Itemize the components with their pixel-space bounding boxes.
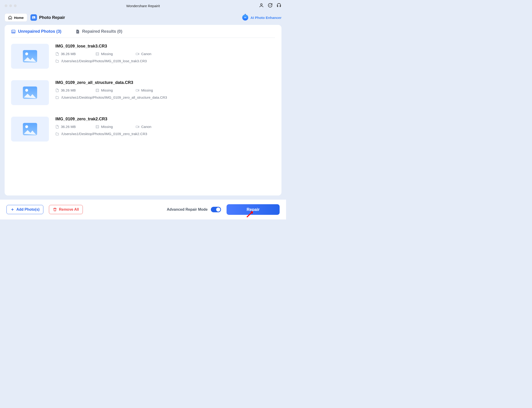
file-size: 36.26 MB — [61, 88, 76, 92]
home-label: Home — [14, 16, 24, 20]
resolution-icon — [96, 88, 99, 92]
svg-point-0 — [261, 4, 262, 5]
main-panel: Unrepaired Photos (3) Repaired Results (… — [5, 25, 281, 196]
tab-unrepaired-count: (3) — [56, 29, 61, 34]
svg-rect-25 — [96, 125, 99, 128]
file-size-icon — [55, 125, 59, 129]
advanced-toggle[interactable] — [211, 207, 221, 212]
photo-row[interactable]: IMG_0109_zero_all_structure_data.CR3 36.… — [11, 80, 275, 105]
tab-repaired[interactable]: Repaired Results (0) — [75, 29, 122, 34]
clock-file-icon — [75, 29, 80, 34]
thumbnail — [11, 44, 49, 69]
svg-rect-17 — [96, 89, 99, 92]
svg-point-16 — [25, 89, 28, 92]
ai-icon: AI — [242, 15, 248, 20]
file-path: /Users/ws1/Desktop/Photos/IMG_0109_zero_… — [61, 95, 167, 99]
svg-rect-22 — [136, 89, 138, 91]
file-size: 36.26 MB — [61, 52, 76, 56]
svg-point-12 — [97, 54, 97, 55]
tab-repaired-label: Repaired Results — [82, 29, 116, 34]
plus-icon — [10, 207, 15, 212]
add-photos-button[interactable]: Add Photo(s) — [7, 205, 43, 214]
minimize-dot[interactable] — [9, 4, 12, 7]
file-size-icon — [55, 52, 59, 56]
folder-icon — [55, 96, 59, 99]
svg-point-18 — [97, 89, 97, 90]
photo-row[interactable]: IMG_0109_lose_trak3.CR3 36.26 MB Missing… — [11, 44, 275, 69]
file-size-icon — [55, 88, 59, 92]
app-title: Wondershare Repairit — [126, 4, 160, 8]
svg-point-10 — [97, 53, 97, 53]
remove-all-button[interactable]: Remove All — [49, 205, 83, 214]
folder-icon — [55, 59, 59, 63]
zoom-dot[interactable] — [14, 4, 17, 7]
file-name: IMG_0109_zero_all_structure_data.CR3 — [55, 80, 275, 85]
file-size: 36.26 MB — [61, 125, 76, 129]
device: Missing — [141, 88, 153, 92]
module-title: Photo Repair — [30, 14, 65, 21]
tab-unrepaired-label: Unrepaired Photos — [18, 29, 55, 34]
account-icon[interactable] — [259, 3, 264, 9]
ai-enhancer-link[interactable]: AI AI Photo Enhancer — [242, 15, 281, 20]
photo-repair-icon — [30, 14, 37, 21]
photo-list: IMG_0109_lose_trak3.CR3 36.26 MB Missing… — [11, 38, 275, 142]
advanced-label: Advanced Repair Mode — [167, 207, 208, 212]
nav-row: Home Photo Repair AI AI Photo Enhancer — [0, 11, 286, 22]
trash-icon — [53, 207, 57, 212]
home-button[interactable]: Home — [5, 13, 27, 22]
svg-point-20 — [97, 91, 97, 91]
tabs: Unrepaired Photos (3) Repaired Results (… — [11, 29, 275, 38]
svg-point-4 — [33, 17, 34, 17]
svg-point-27 — [98, 126, 98, 126]
thumbnail — [11, 117, 49, 142]
repair-button[interactable]: Repair — [227, 204, 280, 215]
camera-icon — [136, 125, 139, 129]
close-dot[interactable] — [5, 4, 7, 7]
home-icon — [8, 16, 12, 20]
feedback-icon[interactable] — [268, 3, 273, 9]
ai-enhancer-label: AI Photo Enhancer — [251, 16, 281, 20]
resolution-icon — [96, 125, 99, 129]
svg-point-24 — [25, 125, 28, 128]
remove-label: Remove All — [59, 207, 79, 212]
picture-icon — [11, 29, 16, 34]
resolution: Missing — [101, 52, 113, 56]
file-name: IMG_0109_lose_trak3.CR3 — [55, 44, 275, 49]
file-path: /Users/ws1/Desktop/Photos/IMG_0109_lose_… — [61, 59, 147, 63]
file-path: /Users/ws1/Desktop/Photos/IMG_0109_zero_… — [61, 132, 147, 136]
tab-unrepaired[interactable]: Unrepaired Photos (3) — [11, 29, 61, 34]
svg-point-6 — [12, 31, 13, 32]
resolution-icon — [96, 52, 99, 56]
svg-point-19 — [98, 89, 98, 90]
photo-row[interactable]: IMG_0109_zero_trak2.CR3 36.26 MB Missing… — [11, 117, 275, 142]
svg-point-1 — [270, 5, 270, 6]
footer-bar: Add Photo(s) Remove All Advanced Repair … — [0, 200, 286, 220]
resolution: Missing — [101, 88, 113, 92]
svg-rect-30 — [136, 126, 138, 128]
svg-point-13 — [98, 54, 98, 55]
device: Canon — [141, 52, 151, 56]
device: Canon — [141, 125, 151, 129]
svg-point-2 — [270, 5, 271, 6]
camera-icon — [136, 88, 139, 92]
folder-icon — [55, 132, 59, 136]
svg-point-29 — [98, 127, 98, 128]
svg-point-8 — [25, 52, 28, 55]
tab-repaired-count: (0) — [117, 29, 122, 34]
svg-rect-9 — [96, 52, 99, 55]
window-controls[interactable] — [5, 4, 17, 7]
svg-point-21 — [98, 91, 98, 91]
titlebar: Wondershare Repairit — [0, 0, 286, 11]
advanced-mode: Advanced Repair Mode — [167, 207, 221, 212]
svg-point-11 — [98, 53, 98, 53]
svg-point-28 — [97, 127, 97, 128]
thumbnail — [11, 80, 49, 105]
support-icon[interactable] — [276, 3, 281, 9]
svg-point-26 — [97, 126, 97, 126]
svg-rect-14 — [136, 53, 138, 55]
camera-icon — [136, 52, 139, 56]
module-label: Photo Repair — [39, 15, 65, 20]
file-name: IMG_0109_zero_trak2.CR3 — [55, 117, 275, 121]
resolution: Missing — [101, 125, 113, 129]
add-label: Add Photo(s) — [16, 207, 39, 212]
